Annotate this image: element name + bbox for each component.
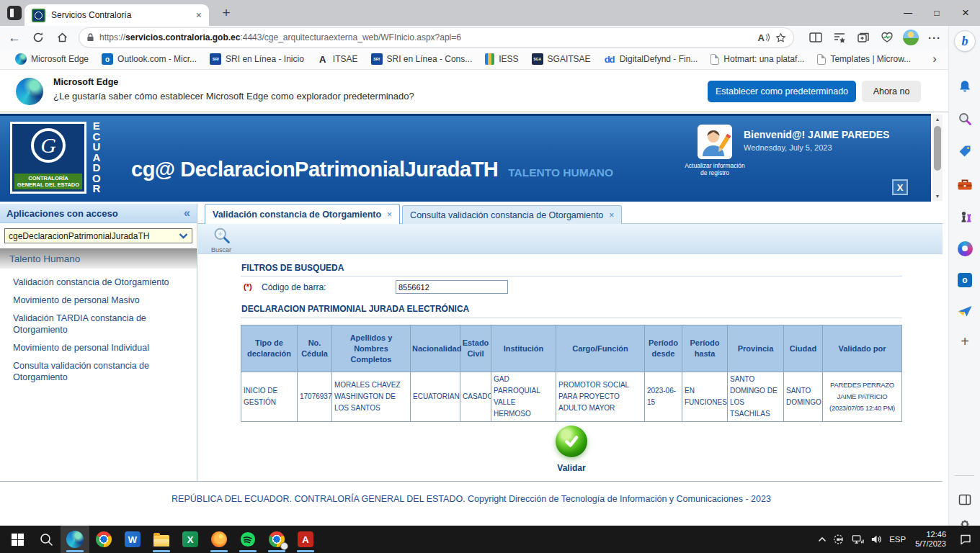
taskbar-chrome-button[interactable] [89, 526, 118, 553]
minimize-button[interactable]: — [894, 0, 922, 26]
volume-button[interactable] [870, 534, 883, 544]
taskbar-excel-button[interactable]: X [176, 526, 205, 553]
column-header: Apellidos y Nombres Completos [332, 325, 411, 372]
content-tab[interactable]: Consulta validación constancia de Otorga… [402, 205, 622, 224]
bookmark-item[interactable]: Microsoft Edge [9, 51, 95, 67]
sidebar-item[interactable]: Validación TARDIA constancia de Otorgami… [13, 313, 197, 336]
bookmark-label: Templates | Microw... [830, 54, 911, 64]
lock-icon [86, 32, 94, 42]
sga-icon: SGA [532, 53, 543, 65]
tray-overflow-button[interactable] [818, 536, 827, 542]
bookmark-item[interactable]: IESS [478, 51, 525, 67]
sidebar-menu: Validación constancia de OtorgamientoMov… [0, 269, 197, 383]
settings-menu-button[interactable]: ··· [925, 28, 944, 47]
iess-icon [485, 53, 494, 65]
barcode-input[interactable] [396, 280, 508, 294]
chrome-icon [96, 531, 112, 547]
address-bar[interactable]: https://servicios.contraloria.gob.ec:444… [79, 27, 794, 48]
not-now-button[interactable]: Ahora no [862, 81, 921, 102]
bookmark-item[interactable]: Templates | Microw... [811, 52, 917, 67]
bookmark-item[interactable]: SRISRI en Línea - Cons... [365, 51, 479, 67]
bookmarks-overflow-button[interactable]: › [932, 52, 937, 66]
outlook-button[interactable]: o [956, 271, 974, 289]
bookmark-item[interactable]: Hotmart: una plataf... [704, 52, 811, 67]
bookmark-item[interactable]: SRISRI en Línea - Inicio [203, 51, 311, 67]
collapse-sidebar-icon[interactable]: « [184, 207, 190, 220]
favorite-star-button[interactable] [775, 32, 786, 43]
sidebar-item[interactable]: Movimiento de personal Individual [13, 342, 197, 354]
split-screen-button[interactable] [806, 28, 825, 47]
microsoft-365-button[interactable] [956, 240, 974, 257]
bing-chat-button[interactable]: b [954, 30, 976, 52]
taskbar-chrome-profile-button[interactable] [262, 526, 291, 553]
sidebar-item[interactable]: Validación constancia de Otorgamiento [13, 276, 197, 288]
set-default-button[interactable]: Establecer como predeterminado [708, 81, 856, 102]
sidebar-search-button[interactable] [956, 110, 974, 127]
barcode-label: Código de barra: [262, 282, 326, 292]
favorites-hub-button[interactable] [830, 28, 849, 47]
avatar-caption[interactable]: Actualizar información de registro [683, 162, 747, 176]
sidebar-item[interactable]: Consulta validación constancia de Otorga… [13, 360, 197, 383]
scroll-thumb[interactable] [934, 126, 941, 171]
app-close-button[interactable]: X [892, 179, 908, 195]
taskbar-spotify-button[interactable] [233, 526, 262, 553]
application-select[interactable]: cgeDeclaracionPatrimonialJuradaTH [4, 228, 192, 243]
taskbar-acrobat-button[interactable]: A [291, 526, 320, 553]
add-sidebar-item-button[interactable]: + [956, 333, 974, 350]
start-button[interactable] [3, 526, 32, 553]
taskbar-firefox-button[interactable] [205, 526, 233, 553]
back-button[interactable]: ← [5, 28, 24, 47]
profile-button[interactable] [901, 28, 920, 47]
new-tab-button[interactable]: + [218, 4, 235, 22]
app-sidebar: Aplicaciones con acceso « cgeDeclaracion… [0, 204, 197, 481]
content-tab[interactable]: Validación constancia de Otorgamiento× [205, 204, 400, 224]
page-icon [817, 54, 826, 65]
taskbar-explorer-button[interactable] [147, 526, 176, 553]
table-header-row: Tipo de declaraciónNo. CédulaApellidos y… [241, 325, 902, 372]
games-button[interactable] [956, 208, 974, 225]
window-close-button[interactable]: × [951, 0, 980, 26]
bookmark-item[interactable]: AITSAE [311, 51, 365, 67]
column-header: Cargo/Función [556, 325, 645, 372]
notifications-button[interactable] [956, 78, 974, 95]
validate-button[interactable]: Validar [241, 426, 902, 473]
taskbar-clock[interactable]: 12:46 5/7/2023 [915, 530, 946, 549]
bookmark-item[interactable]: oOutlook.com - Micr... [95, 51, 203, 67]
edge-sidebar: b o + [948, 26, 980, 526]
meet-now-button[interactable] [833, 534, 845, 545]
browser-essentials-button[interactable] [878, 28, 896, 47]
browser-tab[interactable]: Servicios Contraloría × [24, 4, 209, 26]
sidebar-item[interactable]: Movimiento de personal Masivo [13, 295, 197, 306]
bookmark-item[interactable]: SGASGAITSAE [525, 51, 597, 67]
collections-button[interactable] [854, 28, 873, 47]
page-footer: REPÚBLICA DEL ECUADOR. CONTRALORÍA GENER… [0, 494, 943, 504]
header-scrollbar[interactable]: ▲ ▼ [932, 114, 943, 201]
validate-check-icon[interactable] [556, 426, 587, 457]
workspaces-icon[interactable] [7, 6, 22, 20]
bookmark-item[interactable]: ddDigitalDefynd - Fin... [597, 51, 705, 67]
read-aloud-button[interactable]: A [758, 32, 770, 43]
scroll-down-button[interactable]: ▼ [932, 192, 943, 201]
taskbar-edge-button[interactable] [61, 526, 89, 553]
taskbar-word-button[interactable]: W [118, 526, 147, 553]
shopping-button[interactable] [956, 143, 974, 160]
drop-button[interactable] [956, 302, 974, 320]
taskbar-search-button[interactable] [32, 526, 61, 553]
refresh-button[interactable] [29, 28, 48, 47]
network-button[interactable] [852, 534, 864, 544]
tab-close-icon[interactable]: × [196, 10, 202, 20]
language-indicator[interactable]: ESP [889, 535, 906, 544]
home-button[interactable] [53, 28, 71, 47]
tools-button[interactable] [956, 176, 974, 193]
side-panel-button[interactable] [956, 491, 974, 508]
scroll-up-button[interactable]: ▲ [932, 114, 943, 124]
collections-icon [857, 32, 870, 43]
action-center-button[interactable] [960, 534, 971, 545]
table-cell: INICIO DE GESTIÓN [241, 372, 298, 422]
tab-close-icon[interactable]: × [609, 210, 614, 220]
tab-close-icon[interactable]: × [387, 210, 392, 220]
maximize-button[interactable]: □ [922, 0, 951, 26]
user-avatar[interactable] [698, 125, 732, 159]
buscar-button[interactable]: Buscar [205, 226, 237, 253]
sidebar-group-header[interactable]: Talento Humano [0, 248, 197, 269]
